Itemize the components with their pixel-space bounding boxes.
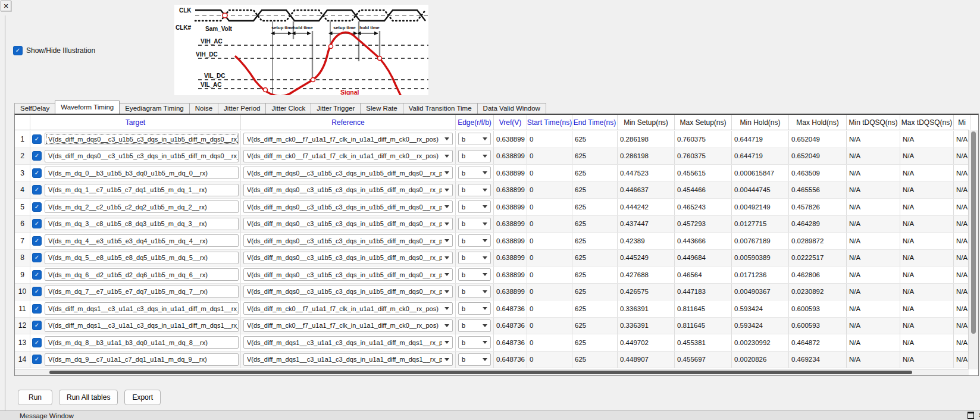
edge-combobox[interactable]: b xyxy=(458,167,491,179)
target-field[interactable]: V(ds_m_dq_3__c8_u1b5_c8_dq3_u1b5_m_dq_3_… xyxy=(45,218,239,230)
show-hide-illustration-control[interactable]: Show/Hide Illustration xyxy=(13,46,95,55)
vih-ac-label: VIH_AC xyxy=(201,38,223,45)
edge-value: b xyxy=(462,220,480,227)
row-checkbox[interactable] xyxy=(32,202,42,212)
target-field[interactable]: V(ds_diff_m_dqs0__c3_u1b5_c3_dqs_in_u1b5… xyxy=(45,133,239,145)
column-header[interactable]: Edge(r/f/b) xyxy=(456,115,494,130)
row-checkbox[interactable] xyxy=(32,355,42,364)
column-header[interactable]: Max Hold(ns) xyxy=(789,115,847,130)
column-header[interactable]: Mi xyxy=(954,115,970,130)
tab-jitter-clock[interactable]: Jitter Clock xyxy=(265,103,311,114)
edge-combobox[interactable]: b xyxy=(458,133,491,145)
panel-close-button[interactable]: ✕ xyxy=(1,1,11,11)
tab-noise[interactable]: Noise xyxy=(189,103,218,114)
row-checkbox[interactable] xyxy=(32,270,42,280)
reference-combobox[interactable]: V(ds_diff_m_dqs0__c3_u1b5_c3_dqs_in_u1b5… xyxy=(243,286,453,298)
edge-combobox[interactable]: b xyxy=(458,336,491,349)
target-field[interactable]: V(ds_m_dq_0__b3_u1b5_b3_dq0_u1b5_m_dq_0_… xyxy=(45,167,239,179)
reference-combobox[interactable]: V(ds_diff_m_ck0__f7_u1a1_f7_clk_in_u1a1_… xyxy=(243,302,453,315)
column-header[interactable]: Target xyxy=(30,115,241,130)
tab-selfdelay[interactable]: SelfDelay xyxy=(14,103,55,114)
column-header[interactable]: End Time(ns) xyxy=(572,115,618,130)
column-header[interactable]: Max Setup(ns) xyxy=(675,115,732,130)
column-header[interactable]: Min tDQSQ(ns) xyxy=(847,115,900,130)
tab-waveform-timing[interactable]: Waveform Timing xyxy=(55,101,120,114)
target-field[interactable]: V(ds_m_dq_2__c2_u1b5_c2_dq2_u1b5_m_dq_2_… xyxy=(45,200,239,213)
row-checkbox[interactable] xyxy=(32,219,42,228)
row-checkbox[interactable] xyxy=(32,338,42,347)
table-row: 12 V(ds_diff_m_dqs1__c3_u1a1_c3_dqs_in_u… xyxy=(15,318,969,335)
row-checkbox[interactable] xyxy=(32,134,42,144)
edge-combobox[interactable]: b xyxy=(458,234,491,247)
table-row: 9 V(ds_m_dq_6__d2_u1b5_d2_dq6_u1b5_m_dq_… xyxy=(15,267,969,284)
edge-combobox[interactable]: b xyxy=(458,252,491,264)
edge-combobox[interactable]: b xyxy=(458,184,491,196)
edge-combobox[interactable]: b xyxy=(458,319,491,332)
edge-combobox[interactable]: b xyxy=(458,302,491,315)
tab-slew-rate[interactable]: Slew Rate xyxy=(360,103,403,114)
target-field[interactable]: V(ds_m_dq_5__e8_u1b5_e8_dq5_u1b5_m_dq_5_… xyxy=(45,252,239,264)
row-checkbox[interactable] xyxy=(32,304,42,314)
column-header[interactable]: Min Hold(ns) xyxy=(732,115,789,130)
target-field[interactable]: V(ds_diff_m_dqs0__c3_u1b5_c3_dqs_in_u1b5… xyxy=(45,150,239,162)
column-header[interactable]: Start Time(ns) xyxy=(527,115,572,130)
target-field[interactable]: V(ds_m_dq_1__c7_u1b5_c7_dq1_u1b5_m_dq_1_… xyxy=(45,184,239,196)
row-checkbox[interactable] xyxy=(32,287,42,296)
target-field[interactable]: V(ds_diff_m_dqs1__c3_u1a1_c3_dqs_in_u1a1… xyxy=(45,302,239,315)
edge-combobox[interactable]: b xyxy=(458,286,491,298)
target-field[interactable]: V(ds_m_dq_7__e7_u1b5_e7_dq7_u1b5_m_dq_7_… xyxy=(45,286,239,298)
target-field[interactable]: V(ds_m_dq_8__b3_u1a1_b3_dq0_u1a1_m_dq_8_… xyxy=(45,336,239,349)
column-header[interactable]: Max tDQSQ(ns) xyxy=(900,115,954,130)
reference-combobox[interactable]: V(ds_diff_m_ck0__f7_u1a1_f7_clk_in_u1a1_… xyxy=(243,133,453,145)
reference-combobox[interactable]: V(ds_diff_m_dqs0__c3_u1b5_c3_dqs_in_u1b5… xyxy=(243,218,453,230)
signal-label: Signal xyxy=(340,89,359,95)
horizontal-scrollbar[interactable] xyxy=(15,369,969,375)
reference-combobox[interactable]: V(ds_diff_m_dqs0__c3_u1b5_c3_dqs_in_u1b5… xyxy=(243,184,453,196)
edge-value: b xyxy=(462,322,480,329)
reference-combobox[interactable]: V(ds_diff_m_dqs1__c3_u1a1_c3_dqs_in_u1a1… xyxy=(243,336,453,349)
vertical-scrollbar[interactable] xyxy=(968,130,978,369)
tab-jitter-period[interactable]: Jitter Period xyxy=(218,103,266,114)
row-checkbox[interactable] xyxy=(32,151,42,161)
row-checkbox[interactable] xyxy=(32,253,42,262)
reference-combobox[interactable]: V(ds_diff_m_dqs0__c3_u1b5_c3_dqs_in_u1b5… xyxy=(243,234,453,247)
target-field[interactable]: V(ds_m_dq_9__c7_u1a1_c7_dq1_u1a1_m_dq_9_… xyxy=(45,353,239,366)
edge-combobox[interactable]: b xyxy=(458,268,491,281)
reference-combobox[interactable]: V(ds_diff_m_dqs0__c3_u1b5_c3_dqs_in_u1b5… xyxy=(243,252,453,264)
row-checkbox[interactable] xyxy=(32,185,42,195)
edge-combobox[interactable]: b xyxy=(458,353,491,366)
checkbox-checked-icon[interactable] xyxy=(13,46,23,55)
column-header[interactable] xyxy=(15,115,30,130)
target-field[interactable]: V(ds_m_dq_6__d2_u1b5_d2_dq6_u1b5_m_dq_6_… xyxy=(45,268,239,281)
reference-cell: V(ds_diff_m_dqs0__c3_u1b5_c3_dqs_in_u1b5… xyxy=(241,216,456,233)
export-button[interactable]: Export xyxy=(124,390,161,405)
edge-combobox[interactable]: b xyxy=(458,200,491,213)
target-field[interactable]: V(ds_m_dq_4__e3_u1b5_e3_dq4_u1b5_m_dq_4_… xyxy=(45,234,239,247)
row-checkbox[interactable] xyxy=(32,168,42,178)
run-button[interactable]: Run xyxy=(18,390,52,405)
tab-valid-transition-time[interactable]: Valid Transition Time xyxy=(403,103,478,114)
column-header[interactable]: Min Setup(ns) xyxy=(618,115,675,130)
float-window-icon[interactable] xyxy=(968,412,974,419)
column-header[interactable]: Vref(V) xyxy=(494,115,527,130)
reference-combobox[interactable]: V(ds_diff_m_ck0__f7_u1a1_f7_clk_in_u1a1_… xyxy=(243,319,453,332)
target-cell: V(ds_m_dq_0__b3_u1b5_b3_dq0_u1b5_m_dq_0_… xyxy=(30,165,241,181)
edge-combobox[interactable]: b xyxy=(458,218,491,230)
tab-jitter-trigger[interactable]: Jitter Trigger xyxy=(311,103,361,114)
horizontal-scrollbar-thumb[interactable] xyxy=(49,371,912,374)
reference-combobox[interactable]: V(ds_diff_m_dqs0__c3_u1b5_c3_dqs_in_u1b5… xyxy=(243,268,453,281)
reference-combobox[interactable]: V(ds_diff_m_ck0__f7_u1a1_f7_clk_in_u1a1_… xyxy=(243,150,453,162)
edge-combobox[interactable]: b xyxy=(458,150,491,162)
tab-data-valid-window[interactable]: Data Valid Window xyxy=(477,103,546,114)
row-checkbox[interactable] xyxy=(32,321,42,330)
row-checkbox[interactable] xyxy=(32,236,42,246)
column-header[interactable]: Reference xyxy=(241,115,456,130)
vertical-scrollbar-thumb[interactable] xyxy=(971,131,976,334)
min-hold-cell: 0.00492149 xyxy=(732,199,789,215)
reference-combobox[interactable]: V(ds_diff_m_dqs0__c3_u1b5_c3_dqs_in_u1b5… xyxy=(243,167,453,179)
reference-combobox[interactable]: V(ds_diff_m_dqs0__c3_u1b5_c3_dqs_in_u1b5… xyxy=(243,200,453,213)
tab-eyediagram-timing[interactable]: Eyediagram Timing xyxy=(119,103,189,114)
target-field[interactable]: V(ds_diff_m_dqs1__c3_u1a1_c3_dqs_in_u1a1… xyxy=(45,319,239,332)
run-all-tables-button[interactable]: Run All tables xyxy=(59,390,118,405)
reference-combobox[interactable]: V(ds_diff_m_dqs1__c3_u1a1_c3_dqs_in_u1a1… xyxy=(243,353,453,366)
